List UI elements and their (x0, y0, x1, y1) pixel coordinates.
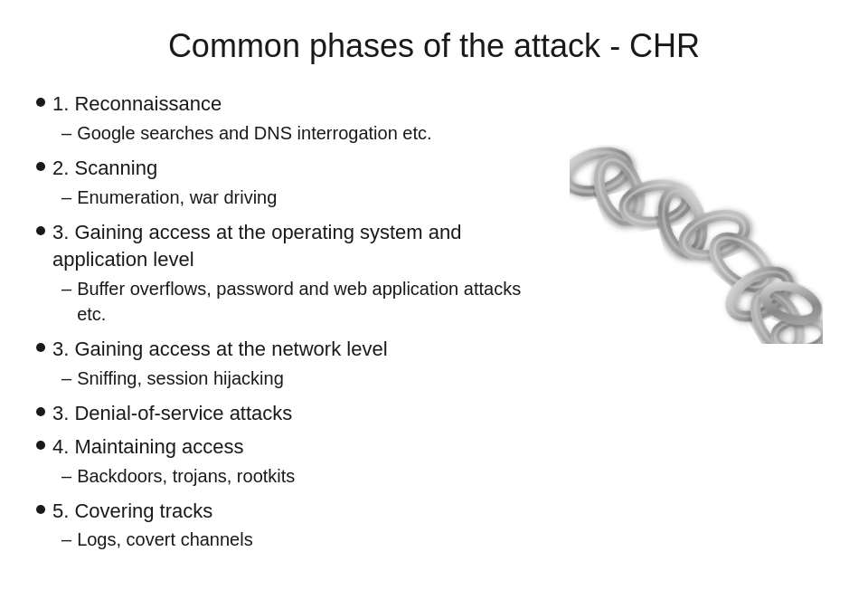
item-label: 4. Maintaining access (52, 435, 244, 458)
main-list: 1. Reconnaissance – Google searches and … (36, 90, 542, 556)
item-label: 3. Denial-of-service attacks (52, 402, 292, 424)
sub-item-text: Logs, covert channels (77, 527, 542, 552)
bullet-icon (36, 343, 45, 352)
bullet-icon (36, 226, 45, 235)
dash-icon: – (61, 527, 71, 552)
item-label: 5. Covering tracks (52, 500, 212, 522)
item-content: 3. Denial-of-service attacks (52, 400, 542, 428)
sub-item-text: Enumeration, war driving (77, 185, 542, 210)
chain-svg-image (570, 145, 823, 344)
sub-item-text: Backdoors, trojans, rootkits (77, 463, 542, 489)
content-area: 1. Reconnaissance – Google searches and … (36, 90, 832, 561)
sub-list: – Sniffing, session hijacking (52, 366, 542, 391)
item-content: 5. Covering tracks – Logs, covert channe… (52, 498, 542, 557)
item-label: 3. Gaining access at the network level (52, 338, 388, 360)
sub-list-item: – Google searches and DNS interrogation … (52, 120, 542, 146)
list-item: 3. Gaining access at the operating syste… (36, 219, 542, 331)
list-item: 1. Reconnaissance – Google searches and … (36, 90, 542, 149)
sub-list: – Enumeration, war driving (52, 185, 542, 210)
chain-image-area (561, 145, 832, 344)
dash-icon: – (61, 120, 71, 146)
text-content: 1. Reconnaissance – Google searches and … (36, 90, 561, 561)
item-label: 3. Gaining access at the operating syste… (52, 221, 461, 271)
sub-list-item: – Buffer overflows, password and web app… (52, 276, 542, 327)
item-content: 4. Maintaining access – Backdoors, troja… (52, 433, 542, 492)
sub-list-item: – Logs, covert channels (52, 527, 542, 552)
bullet-icon (36, 407, 45, 416)
list-item: 5. Covering tracks – Logs, covert channe… (36, 498, 542, 557)
sub-list-item: – Enumeration, war driving (52, 185, 542, 210)
list-item: 3. Gaining access at the network level –… (36, 336, 542, 395)
bullet-icon (36, 505, 45, 514)
bullet-icon (36, 162, 45, 171)
sub-list: – Backdoors, trojans, rootkits (52, 463, 542, 489)
bullet-icon (36, 441, 45, 450)
sub-list-item: – Backdoors, trojans, rootkits (52, 463, 542, 489)
slide-container: Common phases of the attack - CHR 1. Rec… (0, 0, 868, 609)
sub-list: – Buffer overflows, password and web app… (52, 276, 542, 327)
item-content: 1. Reconnaissance – Google searches and … (52, 90, 542, 149)
sub-list: – Google searches and DNS interrogation … (52, 120, 542, 146)
dash-icon: – (61, 463, 71, 489)
slide-title: Common phases of the attack - CHR (36, 27, 832, 65)
item-content: 2. Scanning – Enumeration, war driving (52, 155, 542, 214)
bullet-icon (36, 98, 45, 107)
dash-icon: – (61, 276, 71, 301)
dash-icon: – (61, 185, 71, 210)
item-label: 2. Scanning (52, 157, 157, 179)
dash-icon: – (61, 366, 71, 391)
list-item: 3. Denial-of-service attacks (36, 400, 542, 428)
item-content: 3. Gaining access at the network level –… (52, 336, 542, 395)
sub-list-item: – Sniffing, session hijacking (52, 366, 542, 391)
list-item: 4. Maintaining access – Backdoors, troja… (36, 433, 542, 492)
sub-list: – Logs, covert channels (52, 527, 542, 552)
list-item: 2. Scanning – Enumeration, war driving (36, 155, 542, 214)
item-content: 3. Gaining access at the operating syste… (52, 219, 542, 331)
sub-item-text: Buffer overflows, password and web appli… (77, 276, 542, 327)
item-label: 1. Reconnaissance (52, 92, 222, 115)
sub-item-text: Sniffing, session hijacking (77, 366, 542, 391)
sub-item-text: Google searches and DNS interrogation et… (77, 120, 542, 146)
